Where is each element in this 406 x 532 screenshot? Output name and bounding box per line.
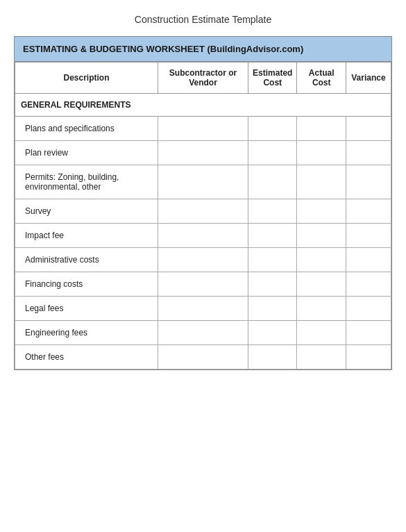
- col-header-variance: Variance: [346, 63, 391, 94]
- row-cell: [158, 165, 248, 199]
- row-cell: [297, 224, 346, 248]
- row-description: Impact fee: [15, 224, 158, 248]
- section-header-row: GENERAL REQUIREMENTS: [15, 94, 391, 117]
- row-description: Survey: [15, 199, 158, 224]
- row-cell: [248, 321, 297, 345]
- table-header-row: Description Subcontractor or Vendor Esti…: [15, 63, 391, 94]
- table-row: Other fees: [15, 345, 391, 369]
- row-cell: [248, 117, 297, 141]
- row-cell: [297, 117, 346, 141]
- row-cell: [158, 141, 248, 165]
- col-header-estimated-cost: Estimated Cost: [248, 63, 297, 94]
- row-cell: [297, 321, 346, 345]
- row-cell: [297, 199, 346, 224]
- row-cell: [346, 248, 391, 272]
- row-cell: [248, 199, 297, 224]
- row-cell: [346, 297, 391, 321]
- row-cell: [297, 165, 346, 199]
- table-row: Engineering fees: [15, 321, 391, 345]
- row-cell: [346, 272, 391, 297]
- row-cell: [248, 297, 297, 321]
- row-cell: [297, 248, 346, 272]
- table-row: Impact fee: [15, 224, 391, 248]
- row-cell: [158, 345, 248, 369]
- row-cell: [158, 248, 248, 272]
- table-row: Plans and specifications: [15, 117, 391, 141]
- row-cell: [158, 224, 248, 248]
- row-cell: [248, 224, 297, 248]
- row-description: Financing costs: [15, 272, 158, 297]
- row-description: Administrative costs: [15, 248, 158, 272]
- col-header-description: Description: [15, 63, 158, 94]
- table-row: Administrative costs: [15, 248, 391, 272]
- table-row: Plan review: [15, 141, 391, 165]
- row-cell: [158, 272, 248, 297]
- section-header-label: GENERAL REQUIREMENTS: [15, 94, 391, 117]
- row-cell: [248, 248, 297, 272]
- row-cell: [158, 117, 248, 141]
- estimate-table: Description Subcontractor or Vendor Esti…: [15, 62, 391, 369]
- row-cell: [297, 141, 346, 165]
- row-description: Plans and specifications: [15, 117, 158, 141]
- row-cell: [346, 199, 391, 224]
- worksheet-container: ESTIMATING & BUDGETING WORKSHEET (Buildi…: [14, 36, 392, 370]
- row-cell: [248, 141, 297, 165]
- col-header-actual-cost: Actual Cost: [297, 63, 346, 94]
- row-cell: [346, 345, 391, 369]
- row-cell: [297, 297, 346, 321]
- table-row: Survey: [15, 199, 391, 224]
- page-title: Construction Estimate Template: [14, 14, 392, 25]
- row-cell: [346, 165, 391, 199]
- table-row: Permits: Zoning, building, environmental…: [15, 165, 391, 199]
- row-cell: [248, 272, 297, 297]
- col-header-subcontractor: Subcontractor or Vendor: [158, 63, 248, 94]
- row-cell: [346, 141, 391, 165]
- row-description: Other fees: [15, 345, 158, 369]
- row-cell: [346, 321, 391, 345]
- row-cell: [297, 272, 346, 297]
- row-cell: [248, 165, 297, 199]
- row-description: Plan review: [15, 141, 158, 165]
- row-description: Permits: Zoning, building, environmental…: [15, 165, 158, 199]
- row-cell: [158, 321, 248, 345]
- worksheet-header: ESTIMATING & BUDGETING WORKSHEET (Buildi…: [15, 37, 391, 62]
- row-cell: [158, 297, 248, 321]
- row-cell: [346, 117, 391, 141]
- row-cell: [346, 224, 391, 248]
- row-description: Legal fees: [15, 297, 158, 321]
- row-description: Engineering fees: [15, 321, 158, 345]
- table-row: Legal fees: [15, 297, 391, 321]
- row-cell: [248, 345, 297, 369]
- row-cell: [297, 345, 346, 369]
- row-cell: [158, 199, 248, 224]
- table-row: Financing costs: [15, 272, 391, 297]
